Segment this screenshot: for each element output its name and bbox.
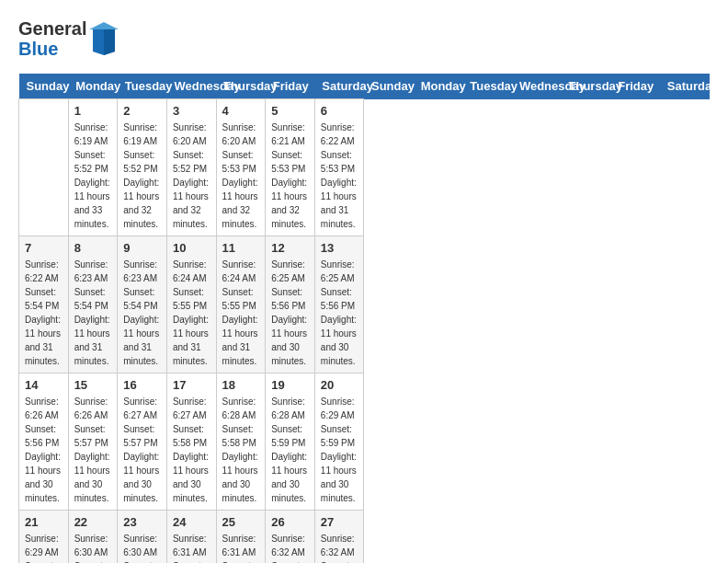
calendar-week-row: 1Sunrise: 6:19 AM Sunset: 5:52 PM Daylig… [19,99,710,236]
day-info: Sunrise: 6:25 AM Sunset: 5:56 PM Dayligh… [271,258,309,368]
calendar-cell: 8Sunrise: 6:23 AM Sunset: 5:54 PM Daylig… [68,236,118,373]
day-number: 8 [74,241,112,255]
svg-marker-2 [104,29,115,55]
day-info: Sunrise: 6:24 AM Sunset: 5:55 PM Dayligh… [173,258,210,368]
day-info: Sunrise: 6:30 AM Sunset: 6:00 PM Dayligh… [74,532,112,563]
day-number: 24 [173,515,210,529]
logo-general: General [18,18,86,39]
day-number: 11 [222,241,260,255]
page-header: General Blue [18,18,710,59]
weekday-header-tuesday: Tuesday [462,74,512,99]
day-number: 7 [25,241,63,255]
calendar-cell: 20Sunrise: 6:29 AM Sunset: 5:59 PM Dayli… [314,373,364,511]
day-info: Sunrise: 6:26 AM Sunset: 5:57 PM Dayligh… [74,395,112,505]
calendar-cell: 26Sunrise: 6:32 AM Sunset: 6:02 PM Dayli… [266,511,315,564]
day-info: Sunrise: 6:32 AM Sunset: 6:03 PM Dayligh… [321,532,358,563]
day-number: 18 [222,378,260,392]
day-info: Sunrise: 6:29 AM Sunset: 6:00 PM Dayligh… [25,532,63,563]
day-number: 2 [123,104,161,118]
weekday-header-monday: Monday [414,74,463,99]
calendar-cell: 24Sunrise: 6:31 AM Sunset: 6:01 PM Dayli… [166,511,216,564]
calendar-cell: 5Sunrise: 6:21 AM Sunset: 5:53 PM Daylig… [266,99,315,236]
calendar-cell: 13Sunrise: 6:25 AM Sunset: 5:56 PM Dayli… [314,236,364,373]
day-number: 26 [271,515,309,529]
day-info: Sunrise: 6:27 AM Sunset: 5:57 PM Dayligh… [123,395,161,505]
calendar-cell: 11Sunrise: 6:24 AM Sunset: 5:55 PM Dayli… [216,236,266,373]
day-info: Sunrise: 6:22 AM Sunset: 5:53 PM Dayligh… [321,121,358,231]
svg-marker-1 [89,22,119,29]
day-number: 15 [74,378,112,392]
calendar-cell: 7Sunrise: 6:22 AM Sunset: 5:54 PM Daylig… [19,236,69,373]
calendar-cell: 27Sunrise: 6:32 AM Sunset: 6:03 PM Dayli… [314,511,364,564]
day-info: Sunrise: 6:19 AM Sunset: 5:52 PM Dayligh… [123,121,161,231]
day-number: 13 [321,241,358,255]
day-info: Sunrise: 6:26 AM Sunset: 5:56 PM Dayligh… [25,395,63,505]
calendar-week-row: 7Sunrise: 6:22 AM Sunset: 5:54 PM Daylig… [19,236,710,373]
calendar-week-row: 14Sunrise: 6:26 AM Sunset: 5:56 PM Dayli… [19,373,710,511]
day-info: Sunrise: 6:25 AM Sunset: 5:56 PM Dayligh… [321,258,358,368]
logo-icon [89,22,119,55]
weekday-header-thursday: Thursday [562,74,611,99]
calendar-cell: 15Sunrise: 6:26 AM Sunset: 5:57 PM Dayli… [68,373,118,511]
day-number: 5 [271,104,309,118]
day-info: Sunrise: 6:20 AM Sunset: 5:52 PM Dayligh… [173,121,210,231]
weekday-header-thursday: Thursday [216,74,266,99]
day-info: Sunrise: 6:24 AM Sunset: 5:55 PM Dayligh… [222,258,260,368]
calendar-cell: 9Sunrise: 6:23 AM Sunset: 5:54 PM Daylig… [118,236,167,373]
calendar-cell: 3Sunrise: 6:20 AM Sunset: 5:52 PM Daylig… [166,99,216,236]
day-info: Sunrise: 6:31 AM Sunset: 6:02 PM Dayligh… [222,532,260,563]
weekday-header-tuesday: Tuesday [118,74,167,99]
calendar-cell: 6Sunrise: 6:22 AM Sunset: 5:53 PM Daylig… [314,99,364,236]
day-number: 22 [74,515,112,529]
day-number: 12 [271,241,309,255]
day-number: 14 [25,378,63,392]
day-info: Sunrise: 6:31 AM Sunset: 6:01 PM Dayligh… [173,532,210,563]
calendar-cell: 12Sunrise: 6:25 AM Sunset: 5:56 PM Dayli… [266,236,315,373]
weekday-header-row: SundayMondayTuesdayWednesdayThursdayFrid… [19,74,710,99]
weekday-header-sunday: Sunday [364,74,414,99]
weekday-header-wednesday: Wednesday [166,74,216,99]
weekday-header-sunday: Sunday [19,74,69,99]
day-number: 10 [173,241,210,255]
day-number: 4 [222,104,260,118]
calendar-cell: 19Sunrise: 6:28 AM Sunset: 5:59 PM Dayli… [266,373,315,511]
day-info: Sunrise: 6:19 AM Sunset: 5:52 PM Dayligh… [74,121,112,231]
calendar-cell: 18Sunrise: 6:28 AM Sunset: 5:58 PM Dayli… [216,373,266,511]
day-number: 1 [74,104,112,118]
day-number: 20 [321,378,358,392]
calendar-cell: 1Sunrise: 6:19 AM Sunset: 5:52 PM Daylig… [68,99,118,236]
day-info: Sunrise: 6:30 AM Sunset: 6:01 PM Dayligh… [123,532,161,563]
calendar-cell: 14Sunrise: 6:26 AM Sunset: 5:56 PM Dayli… [19,373,69,511]
weekday-header-saturday: Saturday [314,74,364,99]
calendar-cell: 16Sunrise: 6:27 AM Sunset: 5:57 PM Dayli… [118,373,167,511]
day-info: Sunrise: 6:21 AM Sunset: 5:53 PM Dayligh… [271,121,309,231]
day-number: 3 [173,104,210,118]
calendar-cell: 2Sunrise: 6:19 AM Sunset: 5:52 PM Daylig… [118,99,167,236]
day-number: 9 [123,241,161,255]
weekday-header-saturday: Saturday [660,74,710,99]
calendar-cell: 23Sunrise: 6:30 AM Sunset: 6:01 PM Dayli… [118,511,167,564]
day-number: 23 [123,515,161,529]
day-info: Sunrise: 6:20 AM Sunset: 5:53 PM Dayligh… [222,121,260,231]
calendar-cell [19,99,69,236]
day-number: 16 [123,378,161,392]
weekday-header-friday: Friday [610,74,660,99]
day-info: Sunrise: 6:28 AM Sunset: 5:59 PM Dayligh… [271,395,309,505]
day-info: Sunrise: 6:32 AM Sunset: 6:02 PM Dayligh… [271,532,309,563]
day-info: Sunrise: 6:29 AM Sunset: 5:59 PM Dayligh… [321,395,358,505]
day-number: 19 [271,378,309,392]
calendar-week-row: 21Sunrise: 6:29 AM Sunset: 6:00 PM Dayli… [19,511,710,564]
day-info: Sunrise: 6:27 AM Sunset: 5:58 PM Dayligh… [173,395,210,505]
calendar-cell: 10Sunrise: 6:24 AM Sunset: 5:55 PM Dayli… [166,236,216,373]
day-info: Sunrise: 6:23 AM Sunset: 5:54 PM Dayligh… [74,258,112,368]
calendar-cell: 4Sunrise: 6:20 AM Sunset: 5:53 PM Daylig… [216,99,266,236]
weekday-header-friday: Friday [266,74,315,99]
day-number: 17 [173,378,210,392]
logo-blue: Blue [18,39,86,59]
weekday-header-monday: Monday [68,74,118,99]
calendar-cell: 17Sunrise: 6:27 AM Sunset: 5:58 PM Dayli… [166,373,216,511]
calendar-cell: 22Sunrise: 6:30 AM Sunset: 6:00 PM Dayli… [68,511,118,564]
calendar-cell: 25Sunrise: 6:31 AM Sunset: 6:02 PM Dayli… [216,511,266,564]
day-info: Sunrise: 6:22 AM Sunset: 5:54 PM Dayligh… [25,258,63,368]
weekday-header-wednesday: Wednesday [512,74,562,99]
